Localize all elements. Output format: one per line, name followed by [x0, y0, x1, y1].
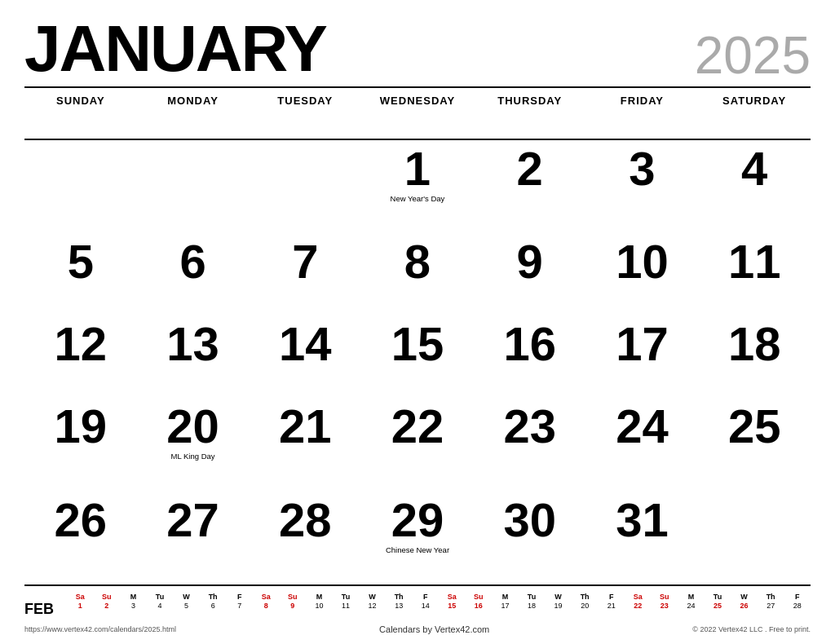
mini-day-number: 16 [466, 601, 493, 611]
day-cell: 2 [474, 140, 586, 233]
mini-day-number: 18 [519, 601, 546, 611]
day-number: 15 [391, 320, 444, 368]
day-cell: 21 [249, 398, 361, 491]
mini-day-header: W [731, 593, 758, 601]
day-cell: 11 [698, 233, 811, 315]
day-cell: 28 [249, 492, 361, 584]
day-number: 18 [728, 320, 781, 368]
day-cell: 15 [361, 315, 474, 398]
day-number: 2 [517, 145, 543, 192]
day-cell: 1New Year's Day [361, 140, 474, 233]
day-number: 13 [166, 320, 219, 368]
mini-day-header: W [173, 593, 200, 601]
mini-day-header: Tu [333, 593, 360, 601]
mini-day-header: Tu [519, 593, 546, 601]
day-cell: 7 [249, 233, 361, 315]
day-header: MONDAY [137, 88, 250, 140]
day-number: 23 [503, 403, 556, 450]
day-cell: 5 [24, 233, 137, 315]
day-holiday: Chinese New Year [386, 545, 449, 554]
mini-day-header: W [359, 593, 386, 601]
mini-day-number: 9 [280, 601, 307, 611]
day-number: 3 [629, 145, 655, 192]
mini-day-header: F [784, 593, 811, 601]
day-number: 10 [616, 238, 669, 285]
footer-url: https://www.vertex42.com/calendars/2025.… [24, 625, 176, 633]
mini-day-header: Sa [439, 593, 466, 601]
mini-day-header: F [598, 593, 625, 601]
day-cell: 20ML King Day [137, 398, 250, 491]
day-cell: 22 [361, 398, 474, 491]
day-cell: 30 [474, 492, 586, 584]
mini-day-header: M [492, 593, 519, 601]
day-cell: 4 [698, 140, 811, 233]
day-header: FRIDAY [586, 88, 699, 140]
day-cell: 24 [586, 398, 699, 491]
year-title: 2025 [695, 29, 811, 82]
mini-day-header: Su [94, 593, 121, 601]
mini-day-number: 20 [572, 601, 599, 611]
mini-day-number: 25 [705, 601, 731, 611]
mini-day-number: 21 [598, 601, 625, 611]
day-number: 28 [279, 496, 332, 544]
day-cell: 31 [586, 492, 699, 584]
day-cell: 3 [586, 140, 699, 233]
day-cell [698, 492, 811, 584]
day-number: 20 [166, 403, 219, 450]
day-cell [137, 140, 250, 233]
mini-day-number: 26 [731, 601, 758, 611]
day-cell [249, 140, 361, 233]
mini-day-number: 14 [412, 601, 439, 611]
mini-day-header: F [412, 593, 439, 601]
mini-day-number: 11 [333, 601, 360, 611]
footer: https://www.vertex42.com/calendars/2025.… [24, 621, 811, 636]
mini-day-header: M [678, 593, 705, 601]
mini-day-header: F [226, 593, 253, 601]
day-number: 27 [166, 496, 219, 544]
mini-day-header: Th [758, 593, 784, 601]
mini-day-number: 24 [678, 601, 705, 611]
mini-day-number: 28 [784, 601, 811, 611]
mini-day-header: Tu [705, 593, 731, 601]
day-header: SUNDAY [24, 88, 137, 140]
day-cell [24, 140, 137, 233]
day-number: 25 [728, 403, 781, 450]
day-holiday: New Year's Day [391, 194, 445, 203]
day-number: 31 [616, 496, 669, 544]
mini-day-number: 6 [200, 601, 227, 611]
mini-day-number: 23 [652, 601, 678, 611]
day-number: 26 [55, 496, 108, 544]
day-cell: 19 [24, 398, 137, 491]
day-number: 17 [616, 320, 669, 368]
mini-day-header: W [545, 593, 572, 601]
mini-day-number: 7 [226, 601, 253, 611]
mini-day-header: Th [200, 593, 227, 601]
mini-day-number: 4 [147, 601, 174, 611]
day-number: 19 [55, 403, 108, 450]
header: JANUARY 2025 [24, 16, 811, 82]
footer-credit: Calendars by Vertex42.com [379, 624, 489, 634]
day-header: SATURDAY [698, 88, 811, 140]
day-number: 5 [68, 238, 94, 285]
day-header: WEDNESDAY [361, 88, 474, 140]
mini-day-header: Th [386, 593, 413, 601]
day-number: 24 [616, 403, 669, 450]
mini-day-number: 19 [545, 601, 572, 611]
day-number: 29 [391, 496, 444, 544]
mini-day-header: Sa [625, 593, 652, 601]
mini-day-number: 17 [492, 601, 519, 611]
mini-day-number: 27 [758, 601, 784, 611]
day-header: TUESDAY [249, 88, 361, 140]
mini-day-number: 10 [306, 601, 333, 611]
day-holiday: ML King Day [171, 452, 215, 461]
day-cell: 13 [137, 315, 250, 398]
day-cell: 10 [586, 233, 699, 315]
mini-day-number: 5 [173, 601, 200, 611]
day-number: 11 [728, 238, 781, 285]
mini-day-number: 1 [67, 601, 94, 611]
mini-day-header: Sa [253, 593, 280, 601]
day-cell: 23 [474, 398, 586, 491]
day-cell: 17 [586, 315, 699, 398]
day-cell: 29Chinese New Year [361, 492, 474, 584]
mini-day-header: M [120, 593, 147, 601]
